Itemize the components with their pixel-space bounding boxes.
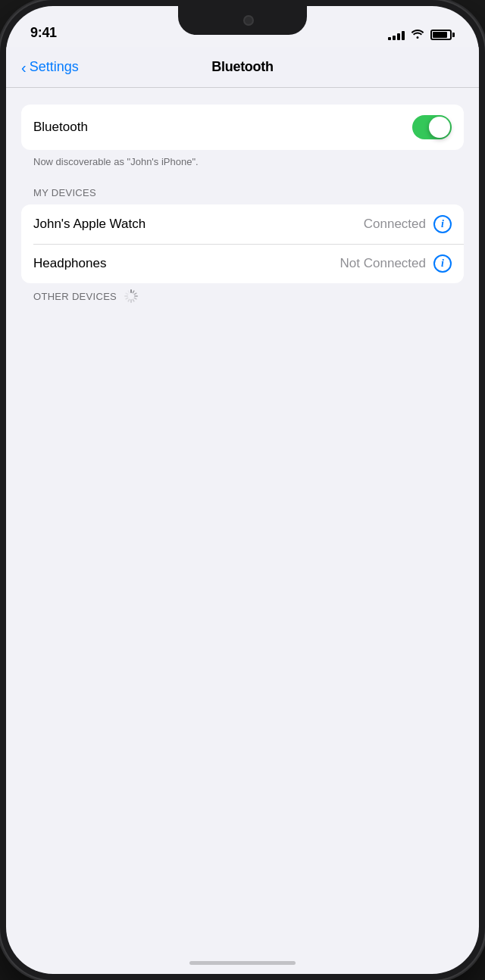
svg-line-1	[133, 291, 134, 293]
my-devices-card: John's Apple Watch Connected i Headphone…	[21, 204, 464, 283]
status-icons	[388, 28, 455, 41]
battery-icon	[430, 30, 455, 40]
chevron-left-icon: ‹	[21, 60, 27, 75]
svg-line-4	[134, 298, 136, 299]
toggle-thumb	[429, 117, 450, 138]
other-devices-group: OTHER DEVICES	[6, 289, 479, 303]
device-apple-watch-info-button[interactable]: i	[433, 215, 452, 233]
device-apple-watch-status: Connected	[364, 217, 426, 232]
device-apple-watch-name: John's Apple Watch	[33, 217, 146, 232]
bluetooth-toggle-group: Bluetooth Now discoverable as "John's iP…	[6, 105, 479, 181]
signal-bar-2	[393, 36, 396, 40]
signal-icon	[388, 30, 405, 40]
content-area: Bluetooth Now discoverable as "John's iP…	[6, 88, 479, 974]
page-title: Bluetooth	[211, 59, 273, 75]
svg-line-7	[128, 299, 130, 301]
my-devices-label: MY DEVICES	[6, 187, 479, 198]
home-indicator	[189, 961, 296, 965]
loading-spinner	[124, 289, 138, 303]
svg-line-2	[134, 293, 136, 295]
phone-frame: 9:41	[0, 0, 485, 980]
bluetooth-toggle-card: Bluetooth	[21, 105, 464, 150]
svg-line-8	[126, 298, 128, 299]
device-apple-watch-right: Connected i	[364, 215, 452, 233]
back-button[interactable]: ‹ Settings	[21, 59, 79, 75]
notch	[178, 6, 307, 35]
screen: 9:41	[6, 6, 479, 974]
device-headphones-info-button[interactable]: i	[433, 254, 452, 273]
svg-line-11	[128, 291, 130, 293]
bluetooth-toggle-item: Bluetooth	[21, 105, 464, 150]
other-devices-header: OTHER DEVICES	[6, 289, 479, 303]
signal-bar-1	[388, 37, 391, 40]
wifi-icon	[411, 28, 424, 41]
svg-line-10	[126, 293, 128, 295]
signal-bar-3	[397, 33, 400, 40]
navigation-bar: ‹ Settings Bluetooth	[6, 47, 479, 88]
signal-bar-4	[402, 31, 405, 40]
front-camera	[243, 15, 254, 26]
back-label: Settings	[30, 59, 79, 75]
my-devices-group: MY DEVICES John's Apple Watch Connected …	[6, 187, 479, 283]
svg-line-5	[133, 299, 134, 301]
device-apple-watch[interactable]: John's Apple Watch Connected i	[21, 204, 464, 244]
bluetooth-toggle-label: Bluetooth	[33, 120, 88, 135]
device-headphones-right: Not Connected i	[340, 254, 452, 273]
other-devices-label: OTHER DEVICES	[33, 291, 117, 302]
device-headphones-status: Not Connected	[340, 256, 426, 271]
status-time: 9:41	[30, 25, 57, 41]
device-headphones-name: Headphones	[33, 256, 106, 271]
bluetooth-toggle[interactable]	[412, 115, 452, 139]
device-headphones[interactable]: Headphones Not Connected i	[21, 244, 464, 283]
discoverable-text: Now discoverable as "John's iPhone".	[6, 150, 479, 181]
